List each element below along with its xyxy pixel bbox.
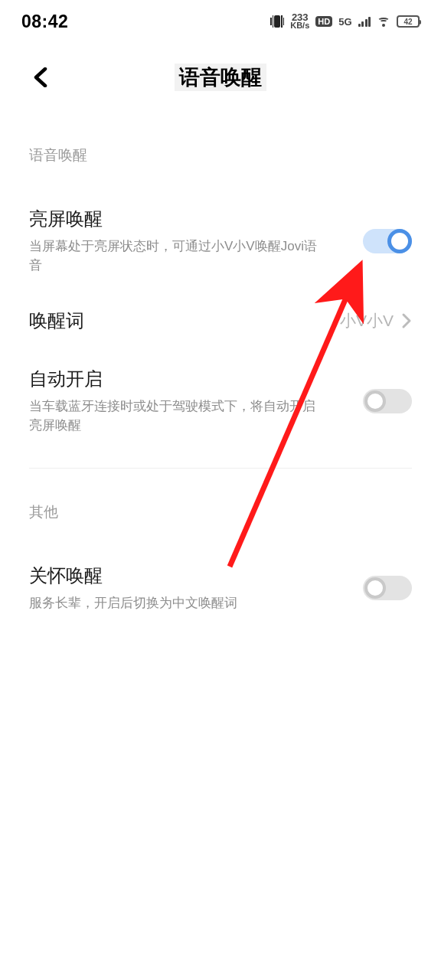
row-care-wake: 关怀唤醒 服务长辈，开启后切换为中文唤醒词 — [29, 550, 412, 627]
auto-on-toggle[interactable] — [363, 389, 412, 413]
wifi-icon — [377, 16, 390, 27]
battery-icon: 42 — [397, 15, 420, 28]
care-wake-sub: 服务长辈，开启后切换为中文唤醒词 — [29, 594, 320, 613]
page-header: 语音唤醒 — [0, 43, 441, 112]
wake-word-title: 唤醒词 — [29, 309, 340, 333]
chevron-right-icon — [401, 312, 412, 329]
status-time: 08:42 — [21, 11, 68, 32]
screen-on-wake-title: 亮屏唤醒 — [29, 207, 363, 231]
row-screen-on-wake: 亮屏唤醒 当屏幕处于亮屏状态时，可通过小V小V唤醒Jovi语音 — [29, 193, 412, 289]
vibrate-icon — [270, 15, 284, 28]
back-button[interactable] — [28, 64, 55, 91]
auto-on-title: 自动开启 — [29, 367, 363, 391]
hd-badge: HD — [315, 16, 332, 27]
chevron-left-icon — [33, 67, 50, 87]
screen-on-wake-toggle[interactable] — [363, 229, 412, 253]
section-label-voice: 语音唤醒 — [29, 145, 412, 165]
status-right: 233 KB/s HD 5G 42 — [270, 14, 420, 29]
auto-on-sub: 当车载蓝牙连接时或处于驾驶模式下，将自动开启亮屏唤醒 — [29, 397, 320, 435]
section-label-other: 其他 — [29, 502, 412, 522]
wake-word-value: 小V小V — [340, 310, 394, 332]
care-wake-toggle[interactable] — [363, 576, 412, 600]
page-title: 语音唤醒 — [175, 64, 266, 91]
signal-icon — [358, 16, 371, 27]
network-type: 5G — [338, 16, 351, 28]
divider — [29, 468, 412, 469]
row-auto-on: 自动开启 当车载蓝牙连接时或处于驾驶模式下，将自动开启亮屏唤醒 — [29, 353, 412, 449]
status-bar: 08:42 233 KB/s HD 5G 42 — [0, 0, 441, 43]
screen-on-wake-sub: 当屏幕处于亮屏状态时，可通过小V小V唤醒Jovi语音 — [29, 237, 320, 275]
care-wake-title: 关怀唤醒 — [29, 564, 363, 588]
row-wake-word[interactable]: 唤醒词 小V小V — [29, 289, 412, 353]
network-speed: 233 KB/s — [290, 14, 309, 29]
